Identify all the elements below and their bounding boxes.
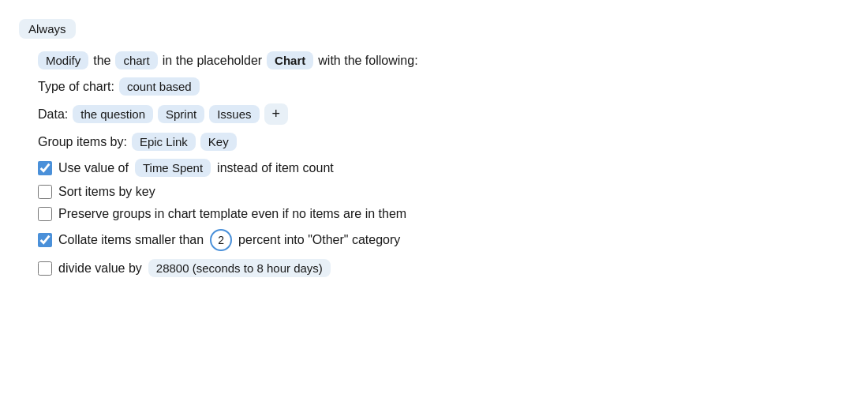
sort-items-label: Sort items by key	[58, 185, 155, 199]
always-badge: Always	[19, 19, 76, 39]
add-data-button[interactable]: +	[264, 103, 289, 125]
issues-chip[interactable]: Issues	[209, 105, 259, 123]
percent-into-text: percent into "Other" category	[238, 233, 400, 247]
use-value-checkbox[interactable]	[38, 161, 52, 175]
type-of-chart-label: Type of chart:	[38, 80, 114, 94]
type-of-chart-line: Type of chart: count based	[38, 77, 849, 96]
use-value-text: Use value of	[58, 161, 129, 175]
modify-chart-line: Modify the chart in the placeholder Char…	[38, 51, 849, 69]
key-chip[interactable]: Key	[200, 133, 237, 151]
data-label: Data:	[38, 107, 68, 122]
epic-link-chip[interactable]: Epic Link	[132, 133, 196, 151]
sort-items-checkbox[interactable]	[38, 185, 52, 199]
sort-items-checkbox-line: Sort items by key	[38, 185, 849, 199]
collate-text: Collate items smaller than	[58, 233, 204, 247]
the-question-chip[interactable]: the question	[73, 105, 153, 123]
chart-chip[interactable]: chart	[115, 51, 157, 69]
modify-chip[interactable]: Modify	[38, 51, 88, 69]
divide-value-checkbox-line: divide value by 28800 (seconds to 8 hour…	[38, 259, 849, 277]
chart-placeholder-chip[interactable]: Chart	[267, 51, 313, 69]
divide-value-checkbox[interactable]	[38, 261, 52, 276]
collate-number[interactable]: 2	[210, 229, 232, 251]
instead-of-text: instead of item count	[217, 161, 334, 175]
use-value-checkbox-line: Use value of Time Spent instead of item …	[38, 159, 849, 177]
divide-value-chip[interactable]: 28800 (seconds to 8 hour days)	[148, 259, 331, 277]
data-line: Data: the question Sprint Issues +	[38, 103, 849, 125]
group-items-label: Group items by:	[38, 135, 127, 149]
with-following-text: with the following:	[318, 54, 417, 68]
preserve-groups-checkbox[interactable]	[38, 207, 52, 221]
preserve-groups-checkbox-line: Preserve groups in chart template even i…	[38, 207, 849, 221]
the-text-1: the	[93, 54, 110, 68]
divide-by-text: divide value by	[58, 261, 142, 276]
time-spent-chip[interactable]: Time Spent	[135, 159, 211, 177]
sprint-chip[interactable]: Sprint	[158, 105, 204, 123]
collate-items-checkbox[interactable]	[38, 233, 52, 247]
in-placeholder-text: in the placeholder	[163, 54, 262, 68]
group-items-line: Group items by: Epic Link Key	[38, 133, 849, 151]
preserve-groups-label: Preserve groups in chart template even i…	[58, 207, 406, 221]
count-based-chip[interactable]: count based	[119, 77, 200, 96]
collate-items-checkbox-line: Collate items smaller than 2 percent int…	[38, 229, 849, 251]
